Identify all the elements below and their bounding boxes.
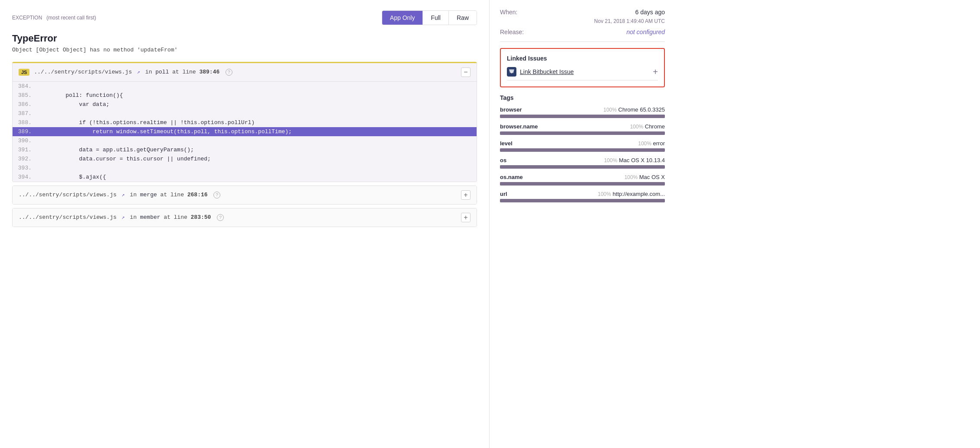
- code-line-384: 384.: [13, 82, 477, 91]
- stack-frame-header-0[interactable]: JS ../../sentry/scripts/views.js ↗ in po…: [13, 63, 477, 81]
- release-label: Release:: [500, 29, 524, 35]
- sidebar: When: 6 days ago Nov 21, 2018 1:49:40 AM…: [489, 0, 675, 448]
- stack-frame-1: ../../sentry/scripts/views.js ↗ in merge…: [12, 186, 477, 205]
- help-icon-0[interactable]: ?: [226, 69, 232, 76]
- frame-at-1: at line: [160, 192, 187, 198]
- filter-app-only[interactable]: App Only: [382, 11, 423, 25]
- tag-url-name: url: [500, 191, 507, 197]
- tag-level-pct: 100%: [638, 141, 651, 147]
- tag-browser-name-value: Chrome: [645, 123, 665, 130]
- filter-full[interactable]: Full: [423, 11, 449, 25]
- external-link-icon-0[interactable]: ↗: [137, 69, 140, 75]
- error-type: TypeError: [12, 33, 477, 44]
- release-row: Release: not configured: [500, 29, 665, 35]
- link-issue-left: Link Bitbucket Issue: [507, 67, 574, 77]
- tag-level-fill: [500, 148, 665, 152]
- tag-browser-pct: 100%: [603, 107, 617, 113]
- code-line-385: 385. poll: function(){: [13, 91, 477, 100]
- tag-os-name-value: Mac OS X: [639, 174, 665, 180]
- when-label: When:: [500, 9, 517, 16]
- frame-at-0: at line: [172, 69, 199, 75]
- tag-os-bar: [500, 165, 665, 169]
- exception-label: EXCEPTION (most recent call first): [12, 15, 96, 21]
- tag-url-bar: [500, 199, 665, 202]
- frame-linenum-2: 283:50: [191, 214, 211, 221]
- frame-in-0: in: [145, 69, 155, 75]
- tag-level-bar: [500, 148, 665, 152]
- tag-browser-name-label: browser.name: [500, 123, 538, 130]
- tag-os-fill: [500, 165, 665, 169]
- filter-buttons: App Only Full Raw: [382, 10, 477, 25]
- code-line-392: 392. data.cursor = this.cursor || undefi…: [13, 154, 477, 163]
- help-icon-1[interactable]: ?: [213, 192, 220, 198]
- frame-in-1: in: [130, 192, 140, 198]
- when-relative: 6 days ago: [635, 9, 665, 16]
- exception-header: EXCEPTION (most recent call first) App O…: [12, 10, 477, 25]
- code-area-0: 384. 385. poll: function(){ 386. var dat…: [13, 81, 477, 182]
- tag-os-name-fill: [500, 182, 665, 186]
- tag-browser-header: browser 100% Chrome 65.0.3325: [500, 106, 665, 113]
- frame-func-2: member: [140, 214, 161, 221]
- frame-linenum-0: 389:46: [199, 69, 219, 75]
- tag-browser-bar: [500, 115, 665, 118]
- tag-browser-name-bar: [500, 131, 665, 135]
- tag-level: level 100% error: [500, 140, 665, 152]
- sidebar-divider: [500, 42, 665, 42]
- tag-browser-name-row: browser.name 100% Chrome: [500, 123, 665, 135]
- add-issue-icon[interactable]: +: [653, 67, 658, 76]
- main-content: EXCEPTION (most recent call first) App O…: [0, 0, 489, 448]
- collapse-btn-2[interactable]: +: [461, 213, 471, 222]
- exception-note: (most recent call first): [46, 15, 96, 21]
- tag-browser-name-fill: [500, 131, 665, 135]
- code-line-389: 389. return window.setTimeout(this.poll,…: [13, 127, 477, 136]
- tag-os-name: os: [500, 157, 506, 163]
- external-link-icon-1[interactable]: ↗: [122, 192, 125, 198]
- tag-browser: browser 100% Chrome 65.0.3325: [500, 106, 665, 118]
- link-issue-row: Link Bitbucket Issue +: [507, 67, 658, 80]
- stack-frame-header-2[interactable]: ../../sentry/scripts/views.js ↗ in membe…: [13, 208, 477, 227]
- when-absolute: Nov 21, 2018 1:49:40 AM UTC: [500, 18, 665, 24]
- frame-in-2: in: [130, 214, 140, 221]
- frame-at-2: at line: [164, 214, 190, 221]
- tag-url-header: url 100% http://example.com...: [500, 191, 665, 197]
- frame-func-0: poll: [155, 69, 169, 75]
- error-message: Object [Object Object] has no method 'up…: [12, 47, 477, 53]
- frame-path-2: ../../sentry/scripts/views.js ↗ in membe…: [19, 214, 461, 221]
- tag-level-name: level: [500, 140, 513, 147]
- tag-url-fill: [500, 199, 665, 202]
- exception-title: EXCEPTION: [12, 15, 42, 21]
- filter-raw[interactable]: Raw: [449, 11, 477, 25]
- tag-level-header: level 100% error: [500, 140, 665, 147]
- frame-file-1: ../../sentry/scripts/views.js: [19, 192, 116, 198]
- tag-os-name-row: os.name 100% Mac OS X: [500, 174, 665, 186]
- bitbucket-icon: [507, 67, 516, 77]
- tag-browser-name-pct: 100%: [630, 124, 643, 130]
- tag-os-name-pct: 100%: [624, 174, 638, 180]
- collapse-btn-0[interactable]: −: [461, 67, 471, 77]
- tag-url-pct: 100%: [598, 191, 611, 197]
- tag-os-value: Mac OS X 10.13.4: [619, 157, 665, 163]
- collapse-btn-1[interactable]: +: [461, 190, 471, 200]
- tag-os-name-label: os.name: [500, 174, 523, 180]
- code-line-391: 391. data = app.utils.getQueryParams();: [13, 145, 477, 154]
- tag-browser-name-header: browser.name 100% Chrome: [500, 123, 665, 130]
- tag-browser-name: browser: [500, 106, 522, 113]
- linked-issues-title: Linked Issues: [507, 55, 658, 62]
- js-badge: JS: [19, 69, 29, 76]
- code-line-388: 388. if (!this.options.realtime || !this…: [13, 118, 477, 127]
- tag-browser-fill: [500, 115, 665, 118]
- when-row: When: 6 days ago: [500, 9, 665, 16]
- help-icon-2[interactable]: ?: [217, 214, 224, 221]
- tag-os: os 100% Mac OS X 10.13.4: [500, 157, 665, 169]
- frame-path-0: ../../sentry/scripts/views.js ↗ in poll …: [34, 69, 461, 76]
- link-bitbucket-issue[interactable]: Link Bitbucket Issue: [520, 68, 574, 75]
- stack-frame-header-1[interactable]: ../../sentry/scripts/views.js ↗ in merge…: [13, 186, 477, 204]
- frame-path-1: ../../sentry/scripts/views.js ↗ in merge…: [19, 192, 461, 198]
- release-value[interactable]: not configured: [626, 29, 665, 35]
- code-line-390: 390.: [13, 136, 477, 145]
- external-link-icon-2[interactable]: ↗: [122, 214, 125, 221]
- tag-level-value: error: [653, 140, 665, 147]
- tag-os-header: os 100% Mac OS X 10.13.4: [500, 157, 665, 163]
- tag-browser-value: Chrome 65.0.3325: [618, 106, 665, 113]
- code-line-387: 387.: [13, 109, 477, 118]
